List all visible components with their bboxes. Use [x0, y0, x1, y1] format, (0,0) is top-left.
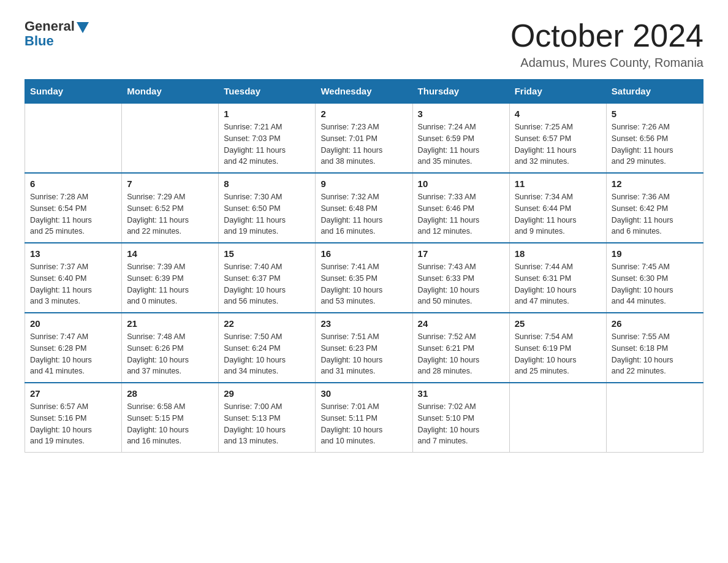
day-cell: 2Sunrise: 7:23 AM Sunset: 7:01 PM Daylig… — [316, 103, 412, 173]
day-info: Sunrise: 7:24 AM Sunset: 6:59 PM Dayligh… — [418, 121, 504, 167]
day-info: Sunrise: 7:21 AM Sunset: 7:03 PM Dayligh… — [224, 121, 310, 167]
day-cell: 14Sunrise: 7:39 AM Sunset: 6:39 PM Dayli… — [122, 243, 219, 313]
logo-general-text: General — [25, 18, 75, 34]
day-number: 17 — [418, 248, 504, 259]
day-cell: 12Sunrise: 7:36 AM Sunset: 6:42 PM Dayli… — [606, 173, 703, 243]
day-number: 16 — [320, 248, 407, 259]
header-col-tuesday: Tuesday — [219, 80, 316, 104]
day-cell: 25Sunrise: 7:54 AM Sunset: 6:19 PM Dayli… — [509, 313, 606, 383]
day-number: 3 — [418, 109, 504, 119]
header-col-wednesday: Wednesday — [316, 80, 412, 104]
day-info: Sunrise: 7:30 AM Sunset: 6:50 PM Dayligh… — [224, 191, 310, 237]
day-info: Sunrise: 7:01 AM Sunset: 5:11 PM Dayligh… — [320, 401, 407, 447]
day-cell: 30Sunrise: 7:01 AM Sunset: 5:11 PM Dayli… — [316, 383, 412, 453]
day-cell — [606, 383, 703, 453]
day-cell: 5Sunrise: 7:26 AM Sunset: 6:56 PM Daylig… — [606, 103, 703, 173]
day-number: 19 — [612, 248, 698, 259]
day-info: Sunrise: 7:51 AM Sunset: 6:23 PM Dayligh… — [320, 331, 407, 377]
day-info: Sunrise: 7:33 AM Sunset: 6:46 PM Dayligh… — [418, 191, 504, 237]
day-number: 1 — [224, 109, 310, 119]
day-number: 4 — [515, 109, 601, 119]
day-cell: 13Sunrise: 7:37 AM Sunset: 6:40 PM Dayli… — [25, 243, 122, 313]
day-cell: 19Sunrise: 7:45 AM Sunset: 6:30 PM Dayli… — [606, 243, 703, 313]
day-cell — [122, 103, 219, 173]
day-cell — [509, 383, 606, 453]
day-number: 2 — [320, 109, 407, 119]
day-cell: 4Sunrise: 7:25 AM Sunset: 6:57 PM Daylig… — [509, 103, 606, 173]
day-number: 29 — [224, 388, 310, 399]
day-number: 9 — [320, 178, 407, 189]
day-cell: 20Sunrise: 7:47 AM Sunset: 6:28 PM Dayli… — [25, 313, 122, 383]
page-title: October 2024 — [510, 18, 703, 53]
day-number: 14 — [127, 248, 213, 259]
day-info: Sunrise: 7:55 AM Sunset: 6:18 PM Dayligh… — [612, 331, 698, 377]
logo: General Blue — [25, 18, 89, 49]
day-info: Sunrise: 7:41 AM Sunset: 6:35 PM Dayligh… — [320, 261, 407, 307]
day-number: 21 — [127, 318, 213, 329]
page-subtitle: Adamus, Mures County, Romania — [510, 56, 703, 70]
day-info: Sunrise: 7:52 AM Sunset: 6:21 PM Dayligh… — [418, 331, 504, 377]
header-col-thursday: Thursday — [412, 80, 509, 104]
day-number: 30 — [320, 388, 407, 399]
day-info: Sunrise: 7:39 AM Sunset: 6:39 PM Dayligh… — [127, 261, 213, 307]
day-cell: 15Sunrise: 7:40 AM Sunset: 6:37 PM Dayli… — [219, 243, 316, 313]
header-col-monday: Monday — [122, 80, 219, 104]
day-number: 10 — [418, 178, 504, 189]
day-cell: 16Sunrise: 7:41 AM Sunset: 6:35 PM Dayli… — [316, 243, 412, 313]
day-info: Sunrise: 7:26 AM Sunset: 6:56 PM Dayligh… — [612, 121, 698, 167]
day-info: Sunrise: 7:25 AM Sunset: 6:57 PM Dayligh… — [515, 121, 601, 167]
day-cell: 9Sunrise: 7:32 AM Sunset: 6:48 PM Daylig… — [316, 173, 412, 243]
day-info: Sunrise: 6:58 AM Sunset: 5:15 PM Dayligh… — [127, 401, 213, 447]
day-cell: 6Sunrise: 7:28 AM Sunset: 6:54 PM Daylig… — [25, 173, 122, 243]
day-number: 20 — [30, 318, 116, 329]
day-info: Sunrise: 7:00 AM Sunset: 5:13 PM Dayligh… — [224, 401, 310, 447]
day-number: 22 — [224, 318, 310, 329]
day-number: 6 — [30, 178, 116, 189]
day-info: Sunrise: 7:36 AM Sunset: 6:42 PM Dayligh… — [612, 191, 698, 237]
day-info: Sunrise: 7:29 AM Sunset: 6:52 PM Dayligh… — [127, 191, 213, 237]
day-number: 7 — [127, 178, 213, 189]
day-cell — [25, 103, 122, 173]
day-info: Sunrise: 7:48 AM Sunset: 6:26 PM Dayligh… — [127, 331, 213, 377]
day-cell: 22Sunrise: 7:50 AM Sunset: 6:24 PM Dayli… — [219, 313, 316, 383]
week-row-2: 13Sunrise: 7:37 AM Sunset: 6:40 PM Dayli… — [25, 243, 703, 313]
week-row-0: 1Sunrise: 7:21 AM Sunset: 7:03 PM Daylig… — [25, 103, 703, 173]
day-cell: 1Sunrise: 7:21 AM Sunset: 7:03 PM Daylig… — [219, 103, 316, 173]
header-col-sunday: Sunday — [25, 80, 122, 104]
day-info: Sunrise: 7:28 AM Sunset: 6:54 PM Dayligh… — [30, 191, 116, 237]
day-info: Sunrise: 7:45 AM Sunset: 6:30 PM Dayligh… — [612, 261, 698, 307]
day-cell: 17Sunrise: 7:43 AM Sunset: 6:33 PM Dayli… — [412, 243, 509, 313]
day-cell: 27Sunrise: 6:57 AM Sunset: 5:16 PM Dayli… — [25, 383, 122, 453]
day-cell: 10Sunrise: 7:33 AM Sunset: 6:46 PM Dayli… — [412, 173, 509, 243]
day-number: 27 — [30, 388, 116, 399]
calendar-table: SundayMondayTuesdayWednesdayThursdayFrid… — [25, 79, 703, 453]
day-info: Sunrise: 7:37 AM Sunset: 6:40 PM Dayligh… — [30, 261, 116, 307]
day-info: Sunrise: 6:57 AM Sunset: 5:16 PM Dayligh… — [30, 401, 116, 447]
day-number: 15 — [224, 248, 310, 259]
header-col-saturday: Saturday — [606, 80, 703, 104]
day-cell: 3Sunrise: 7:24 AM Sunset: 6:59 PM Daylig… — [412, 103, 509, 173]
day-info: Sunrise: 7:47 AM Sunset: 6:28 PM Dayligh… — [30, 331, 116, 377]
day-cell: 7Sunrise: 7:29 AM Sunset: 6:52 PM Daylig… — [122, 173, 219, 243]
day-cell: 23Sunrise: 7:51 AM Sunset: 6:23 PM Dayli… — [316, 313, 412, 383]
day-number: 5 — [612, 109, 698, 119]
day-number: 31 — [418, 388, 504, 399]
title-section: October 2024 Adamus, Mures County, Roman… — [510, 18, 703, 70]
day-number: 28 — [127, 388, 213, 399]
day-number: 8 — [224, 178, 310, 189]
day-info: Sunrise: 7:44 AM Sunset: 6:31 PM Dayligh… — [515, 261, 601, 307]
day-number: 11 — [515, 178, 601, 189]
day-info: Sunrise: 7:34 AM Sunset: 6:44 PM Dayligh… — [515, 191, 601, 237]
day-cell: 8Sunrise: 7:30 AM Sunset: 6:50 PM Daylig… — [219, 173, 316, 243]
day-cell: 21Sunrise: 7:48 AM Sunset: 6:26 PM Dayli… — [122, 313, 219, 383]
week-row-3: 20Sunrise: 7:47 AM Sunset: 6:28 PM Dayli… — [25, 313, 703, 383]
logo-arrow-icon — [77, 22, 89, 33]
week-row-4: 27Sunrise: 6:57 AM Sunset: 5:16 PM Dayli… — [25, 383, 703, 453]
day-info: Sunrise: 7:43 AM Sunset: 6:33 PM Dayligh… — [418, 261, 504, 307]
day-cell: 24Sunrise: 7:52 AM Sunset: 6:21 PM Dayli… — [412, 313, 509, 383]
day-cell: 31Sunrise: 7:02 AM Sunset: 5:10 PM Dayli… — [412, 383, 509, 453]
day-cell: 29Sunrise: 7:00 AM Sunset: 5:13 PM Dayli… — [219, 383, 316, 453]
week-row-1: 6Sunrise: 7:28 AM Sunset: 6:54 PM Daylig… — [25, 173, 703, 243]
logo-blue-text: Blue — [25, 33, 54, 49]
day-cell: 18Sunrise: 7:44 AM Sunset: 6:31 PM Dayli… — [509, 243, 606, 313]
